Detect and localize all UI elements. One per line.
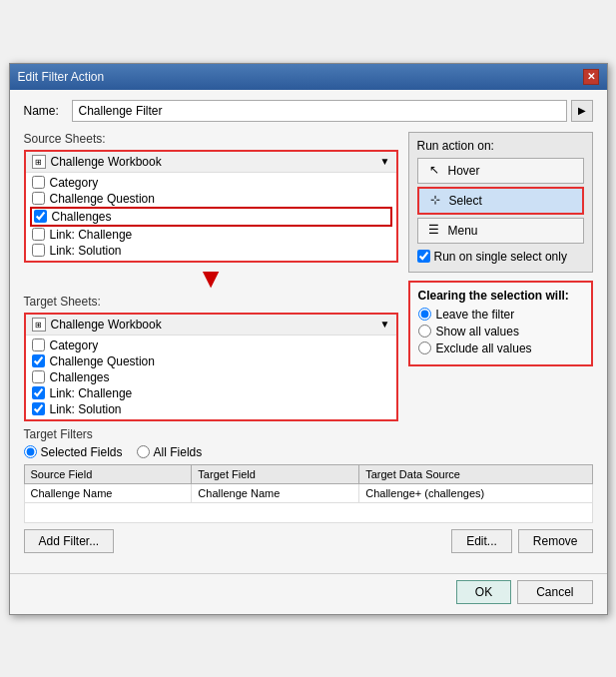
source-challenge-question-checkbox[interactable] (32, 192, 45, 205)
source-challenges-checkbox[interactable] (34, 210, 47, 223)
table-row: Challenge Name Challenge Name Challenge+… (24, 483, 592, 502)
source-category-checkbox[interactable] (32, 176, 45, 189)
add-filter-button[interactable]: Add Filter... (24, 529, 115, 553)
source-workbook-header: ⊞ Challenge Workbook ▼ (26, 152, 396, 173)
hover-icon: ↖ (426, 163, 442, 179)
list-item: Link: Solution (30, 401, 392, 417)
source-sheets-box: ⊞ Challenge Workbook ▼ Category Challeng… (24, 150, 398, 263)
target-challenges-label: Challenges (50, 370, 110, 384)
clearing-option-leave: Leave the filter (418, 308, 583, 322)
source-link-challenge-checkbox[interactable] (32, 228, 45, 241)
clearing-box: Clearing the selection will: Leave the f… (408, 281, 593, 366)
list-item: Challenges (30, 207, 392, 227)
target-workbook-header: ⊞ Challenge Workbook ▼ (26, 315, 396, 336)
target-sheets-box: ⊞ Challenge Workbook ▼ Category Challeng… (24, 313, 398, 421)
list-item: Challenge Question (30, 191, 392, 207)
single-select-row: Run on single select only (417, 248, 584, 266)
list-item: Challenges (30, 369, 392, 385)
list-item: Link: Challenge (30, 227, 392, 243)
cell-source-field: Challenge Name (24, 483, 192, 502)
target-table-icon: ⊞ (32, 318, 46, 332)
edit-button[interactable]: Edit... (451, 529, 512, 553)
source-link-solution-label: Link: Solution (50, 244, 122, 258)
filter-buttons: Add Filter... Edit... Remove (24, 529, 593, 553)
clearing-leave-label: Leave the filter (436, 308, 515, 322)
source-sheets-list: Category Challenge Question Challenges (26, 173, 396, 261)
target-dropdown-arrow[interactable]: ▼ (380, 319, 390, 330)
list-item: Link: Challenge (30, 385, 392, 401)
clearing-exclude-label: Exclude all values (436, 341, 532, 355)
col-header-source: Source Field (24, 464, 192, 483)
list-item: Category (30, 338, 392, 353)
all-fields-radio[interactable] (137, 445, 150, 458)
target-workbook-name: Challenge Workbook (51, 318, 162, 332)
name-label: Name: (24, 104, 64, 118)
name-row: Name: ▶ (24, 100, 593, 122)
remove-button[interactable]: Remove (518, 529, 593, 553)
arrow-down-indicator: ▼ (24, 263, 398, 295)
run-action-box: Run action on: ↖ Hover ⊹ Select ☰ Menu (408, 132, 593, 273)
table-row-empty (24, 502, 592, 522)
target-link-solution-checkbox[interactable] (32, 402, 45, 415)
source-workbook-name: Challenge Workbook (51, 155, 162, 169)
all-fields-option: All Fields (137, 445, 203, 459)
dialog-title: Edit Filter Action (18, 70, 105, 84)
name-arrow-button[interactable]: ▶ (571, 100, 593, 122)
source-sheets-label: Source Sheets: (24, 132, 398, 146)
list-item: Category (30, 175, 392, 191)
source-dropdown-arrow[interactable]: ▼ (380, 156, 390, 167)
single-select-checkbox[interactable] (417, 250, 430, 263)
clearing-label: Clearing the selection will: (418, 289, 583, 303)
target-challenge-question-label: Challenge Question (50, 354, 155, 368)
menu-label: Menu (448, 224, 478, 238)
target-filters-header: Selected Fields All Fields (24, 445, 593, 459)
clearing-show-radio[interactable] (418, 325, 431, 338)
target-link-solution-label: Link: Solution (50, 402, 122, 416)
run-action-label: Run action on: (417, 139, 584, 153)
target-link-challenge-checkbox[interactable] (32, 386, 45, 399)
col-header-target: Target Field (192, 464, 359, 483)
source-link-challenge-label: Link: Challenge (50, 228, 133, 242)
ok-button[interactable]: OK (456, 580, 511, 604)
menu-icon: ☰ (426, 223, 442, 239)
source-category-label: Category (50, 176, 99, 190)
close-button[interactable]: ✕ (583, 69, 599, 85)
source-challenge-question-label: Challenge Question (50, 192, 155, 206)
source-table-icon: ⊞ (32, 155, 46, 169)
selected-fields-radio[interactable] (24, 445, 37, 458)
selected-fields-option: Selected Fields (24, 445, 123, 459)
clearing-show-label: Show all values (436, 325, 519, 338)
single-select-label: Run on single select only (434, 250, 567, 264)
source-link-solution-checkbox[interactable] (32, 244, 45, 257)
target-category-label: Category (50, 338, 99, 352)
target-link-challenge-label: Link: Challenge (50, 386, 133, 400)
clearing-option-exclude: Exclude all values (418, 341, 583, 355)
hover-label: Hover (448, 164, 480, 178)
list-item: Challenge Question (30, 353, 392, 369)
target-challenge-question-checkbox[interactable] (32, 354, 45, 367)
source-challenges-label: Challenges (52, 210, 112, 224)
cancel-button[interactable]: Cancel (517, 580, 592, 604)
list-item: Link: Solution (30, 243, 392, 259)
menu-button[interactable]: ☰ Menu (417, 218, 584, 244)
cell-target-field: Challenge Name (192, 483, 359, 502)
hover-button[interactable]: ↖ Hover (417, 158, 584, 184)
target-sheets-list: Category Challenge Question Challenges (26, 336, 396, 419)
title-bar: Edit Filter Action ✕ (10, 64, 607, 90)
target-filters-section: Target Filters Selected Fields All Field… (24, 427, 593, 553)
target-sheets-label: Target Sheets: (24, 295, 398, 309)
col-header-datasource: Target Data Source (359, 464, 592, 483)
select-icon: ⊹ (427, 193, 443, 209)
clearing-leave-radio[interactable] (418, 308, 431, 321)
select-button[interactable]: ⊹ Select (417, 187, 584, 215)
dialog-footer: OK Cancel (10, 573, 607, 614)
selected-fields-label: Selected Fields (41, 445, 123, 459)
clearing-exclude-radio[interactable] (418, 341, 431, 354)
target-category-checkbox[interactable] (32, 338, 45, 351)
target-filters-label: Target Filters (24, 427, 593, 441)
edit-filter-dialog: Edit Filter Action ✕ Name: ▶ Source Shee… (9, 63, 608, 615)
cell-target-datasource: Challenge+ (challenges) (359, 483, 592, 502)
name-input[interactable] (72, 100, 567, 122)
target-challenges-checkbox[interactable] (32, 370, 45, 383)
all-fields-label: All Fields (154, 445, 203, 459)
